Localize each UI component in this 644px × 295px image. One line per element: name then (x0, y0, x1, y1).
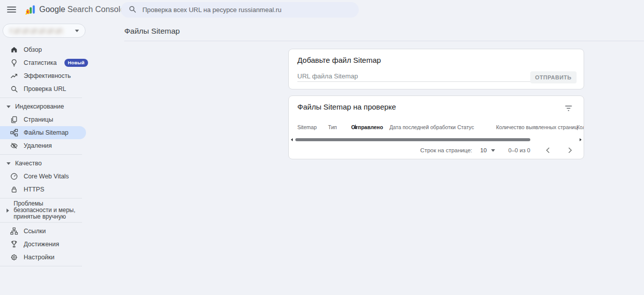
chevron-down-icon (491, 149, 495, 152)
top-bar: Google Search Console (0, 0, 644, 20)
chevron-down-icon (75, 30, 79, 32)
header-divider (124, 41, 644, 41)
app-title: Google Search Console (39, 5, 125, 14)
sidebar-item-links[interactable]: Ссылки (0, 225, 86, 238)
column-header-indexed-count[interactable]: Количество (577, 124, 584, 130)
pagination-range: 0–0 из 0 (508, 147, 530, 153)
sidebar-divider (0, 266, 82, 266)
column-header-sitemap[interactable]: Sitemap (297, 124, 317, 130)
sidebar-group-security-manual-actions[interactable]: Проблемы безопасности и меры, принятые в… (0, 201, 86, 220)
sidebar-section-experience[interactable]: Качество (0, 157, 86, 170)
sidebar-divider (0, 154, 82, 155)
sidebar-divider (0, 97, 82, 98)
sort-down-icon (353, 124, 358, 131)
sidebar-item-achievements[interactable]: Достижения (0, 238, 86, 251)
column-header-last-read[interactable]: Дата последней обработки (389, 124, 456, 130)
home-icon (10, 46, 18, 54)
property-name-blurred (10, 28, 64, 34)
column-header-discovered-pages[interactable]: Количество выявленных страниц (496, 124, 578, 130)
sidebar-item-pages[interactable]: Страницы (0, 113, 86, 126)
page-title: Файлы Sitemap (124, 27, 180, 36)
chevron-down-icon (7, 162, 11, 165)
trending-up-icon (10, 72, 18, 80)
previous-page-button[interactable] (543, 146, 552, 155)
sidebar-item-url-inspection[interactable]: Проверка URL (0, 82, 86, 95)
lock-icon (10, 185, 18, 194)
pagination: Строк на странице: 10 0–0 из 0 (420, 145, 575, 155)
scroll-left-icon[interactable] (291, 138, 293, 141)
search-input[interactable] (142, 6, 334, 14)
sidebar-item-sitemaps[interactable]: Файлы Sitemap (0, 126, 86, 139)
search-console-logo-icon (25, 4, 37, 18)
column-header-type[interactable]: Тип (328, 124, 337, 130)
sidebar-item-performance[interactable]: Эффективность (0, 69, 86, 82)
url-inspection-search[interactable] (121, 2, 359, 18)
scrollbar-thumb[interactable] (295, 138, 530, 141)
sitemaps-table-header: Sitemap Тип Отправлено Дата последней об… (289, 124, 584, 132)
chevron-right-icon (7, 209, 9, 213)
add-sitemap-title: Добавьте файл Sitemap (297, 56, 381, 64)
search-icon (10, 85, 18, 93)
rows-per-page-select[interactable]: 10 (480, 147, 496, 153)
next-page-button[interactable] (566, 146, 575, 155)
sidebar-item-insights[interactable]: Статистика Новый (0, 56, 86, 69)
add-sitemap-card: Добавьте файл Sitemap ОТПРАВИТЬ (288, 49, 584, 89)
sidebar-section-indexing[interactable]: Индексирование (0, 100, 86, 113)
sidebar-nav: Обзор Статистика Новый Эффективность Про… (0, 43, 86, 268)
property-selector[interactable] (3, 24, 86, 38)
trophy-icon (10, 240, 18, 249)
gear-icon (10, 253, 18, 262)
links-icon (10, 227, 18, 236)
sidebar-item-https[interactable]: HTTPS (0, 183, 86, 196)
new-badge: Новый (64, 59, 88, 67)
menu-icon[interactable] (7, 7, 16, 14)
submitted-sitemaps-card: Файлы Sitemap на проверке Sitemap Тип От… (288, 95, 584, 159)
lightbulb-icon (10, 59, 18, 67)
sidebar-item-removals[interactable]: Удаления (0, 139, 86, 152)
sidebar-divider (0, 198, 82, 199)
sidebar-item-core-web-vitals[interactable]: Core Web Vitals (0, 170, 86, 183)
sidebar-divider (0, 222, 82, 223)
search-icon (128, 5, 136, 15)
pages-icon (10, 116, 18, 124)
rows-per-page-label: Строк на странице: (420, 147, 472, 153)
sidebar-item-overview[interactable]: Обзор (0, 43, 86, 56)
submitted-sitemaps-title: Файлы Sitemap на проверке (297, 103, 396, 111)
chevron-down-icon (7, 106, 11, 108)
sidebar-item-settings[interactable]: Настройки (0, 251, 86, 264)
scroll-right-icon[interactable] (580, 138, 582, 141)
sitemap-icon (10, 129, 18, 137)
filter-icon[interactable] (564, 104, 574, 113)
column-header-status[interactable]: Статус (457, 124, 474, 130)
sitemap-url-input[interactable] (297, 70, 544, 82)
horizontal-scrollbar[interactable] (291, 137, 582, 142)
speedometer-icon (10, 172, 18, 181)
submit-sitemap-button[interactable]: ОТПРАВИТЬ (530, 71, 577, 83)
eye-off-icon (10, 142, 18, 150)
